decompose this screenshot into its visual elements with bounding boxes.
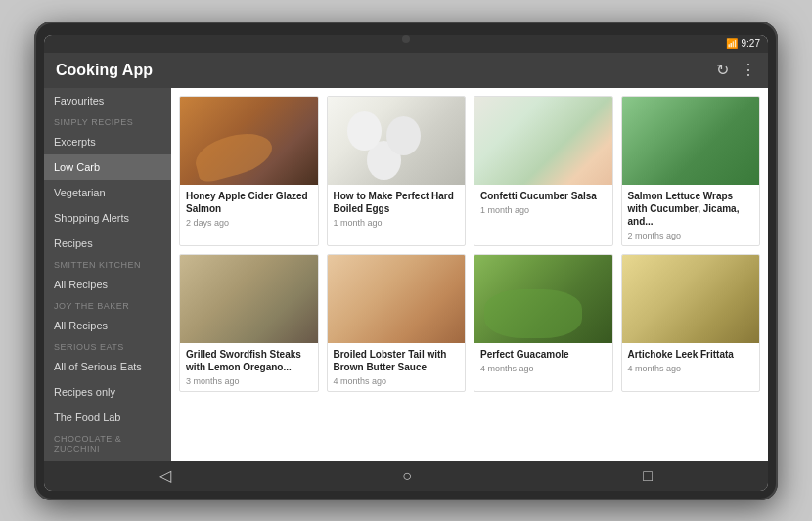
recipe-info-2: How to Make Perfect Hard Boiled Eggs1 mo… [328,185,466,233]
recipe-title-1: Honey Apple Cider Glazed Salmon [186,190,312,215]
recipe-image-5 [180,255,318,343]
header-icons: ↻ ⋮ [716,61,756,79]
recipe-date-1: 2 days ago [186,218,312,228]
recipe-date-7: 4 months ago [480,364,607,373]
recent-button[interactable]: □ [643,467,653,485]
recipe-image-2 [328,97,466,185]
sidebar-item-recipes[interactable]: Recipes [44,231,171,256]
recipe-info-7: Perfect Guacamole4 months ago [474,343,612,378]
app-title: Cooking App [56,62,153,79]
sidebar: FavouritesSIMPLY RECIPESExcerptsLow Carb… [44,88,171,461]
recipe-card-5[interactable]: Grilled Swordfish Steaks with Lemon Oreg… [179,254,319,392]
recipe-image-8 [622,255,760,343]
recipe-card-2[interactable]: How to Make Perfect Hard Boiled Eggs1 mo… [327,96,467,246]
recipe-title-4: Salmon Lettuce Wraps with Cucumber, Jica… [628,190,754,228]
sidebar-item-favourites[interactable]: Favourites [44,88,171,113]
recipe-info-8: Artichoke Leek Frittata4 months ago [622,343,760,378]
recipe-image-3 [474,97,612,185]
recipe-info-6: Broiled Lobster Tail with Brown Butter S… [328,343,466,391]
bottom-nav: ◁ ○ □ [44,461,768,491]
sidebar-section-chocolate-zucchini-label: CHOCOLATE & ZUCCHINI [44,430,171,456]
recipe-image-7 [474,255,612,343]
back-button[interactable]: ◁ [159,466,171,485]
recipe-info-4: Salmon Lettuce Wraps with Cucumber, Jica… [622,185,760,245]
recipe-image-6 [328,255,466,343]
sidebar-section-simply-recipes-label: SIMPLY RECIPES [44,113,171,129]
recipe-card-6[interactable]: Broiled Lobster Tail with Brown Butter S… [327,254,467,392]
sidebar-item-all-serious-eats[interactable]: All of Serious Eats [44,354,171,379]
recipe-date-5: 3 months ago [186,376,312,386]
time-display: 9:27 [742,38,760,49]
tablet-screen: 📶 9:27 Cooking App ↻ ⋮ FavouritesSIMPLY … [44,35,768,491]
recipe-grid: Honey Apple Cider Glazed Salmon2 days ag… [171,88,768,461]
recipe-date-2: 1 month ago [334,218,460,228]
main-content: FavouritesSIMPLY RECIPESExcerptsLow Carb… [44,88,768,461]
sidebar-item-recipes-only[interactable]: Recipes only [44,379,171,405]
recipe-image-1 [180,97,318,185]
sidebar-item-shopping-alerts[interactable]: Shopping Alerts [44,205,171,231]
home-button[interactable]: ○ [402,467,412,485]
recipe-card-4[interactable]: Salmon Lettuce Wraps with Cucumber, Jica… [621,96,761,246]
sidebar-section-smitten-kitchen-label: SMITTEN KITCHEN [44,256,171,272]
more-icon[interactable]: ⋮ [741,61,756,79]
recipe-date-6: 4 months ago [334,376,460,386]
recipe-title-8: Artichoke Leek Frittata [628,348,754,361]
sidebar-item-excerpts[interactable]: Excerpts [44,129,171,154]
sidebar-item-all-recipes-smitten[interactable]: All Recipes [44,272,171,297]
camera [402,35,410,43]
sidebar-item-low-carb[interactable]: Low Carb [44,154,171,180]
tablet-device: 📶 9:27 Cooking App ↻ ⋮ FavouritesSIMPLY … [34,22,778,500]
sidebar-section-serious-eats-label: SERIOUS EATS [44,338,171,354]
sidebar-item-food-lab[interactable]: The Food Lab [44,405,171,430]
sidebar-item-all-recipes-joy[interactable]: All Recipes [44,313,171,338]
recipe-card-7[interactable]: Perfect Guacamole4 months ago [474,254,613,392]
recipe-title-3: Confetti Cucumber Salsa [480,190,607,202]
sidebar-item-vegetarian[interactable]: Vegetarian [44,180,171,205]
sidebar-section-joy-baker-label: JOY THE BAKER [44,297,171,313]
recipe-info-3: Confetti Cucumber Salsa1 month ago [474,185,612,220]
app-header: Cooking App ↻ ⋮ [44,53,768,88]
recipe-card-3[interactable]: Confetti Cucumber Salsa1 month ago [474,96,613,246]
recipe-info-1: Honey Apple Cider Glazed Salmon2 days ag… [180,185,318,233]
recipe-card-1[interactable]: Honey Apple Cider Glazed Salmon2 days ag… [179,96,319,246]
recipe-image-4 [622,97,760,185]
recipe-title-7: Perfect Guacamole [480,348,607,361]
recipe-date-4: 2 months ago [628,231,754,240]
wifi-icon: 📶 [726,38,738,49]
refresh-icon[interactable]: ↻ [716,61,729,79]
recipe-title-6: Broiled Lobster Tail with Brown Butter S… [334,348,460,373]
recipe-title-2: How to Make Perfect Hard Boiled Eggs [334,190,460,215]
recipe-date-8: 4 months ago [628,364,754,373]
recipe-card-8[interactable]: Artichoke Leek Frittata4 months ago [621,254,761,392]
recipe-info-5: Grilled Swordfish Steaks with Lemon Oreg… [180,343,318,391]
recipe-date-3: 1 month ago [480,205,607,215]
recipe-title-5: Grilled Swordfish Steaks with Lemon Oreg… [186,348,312,373]
